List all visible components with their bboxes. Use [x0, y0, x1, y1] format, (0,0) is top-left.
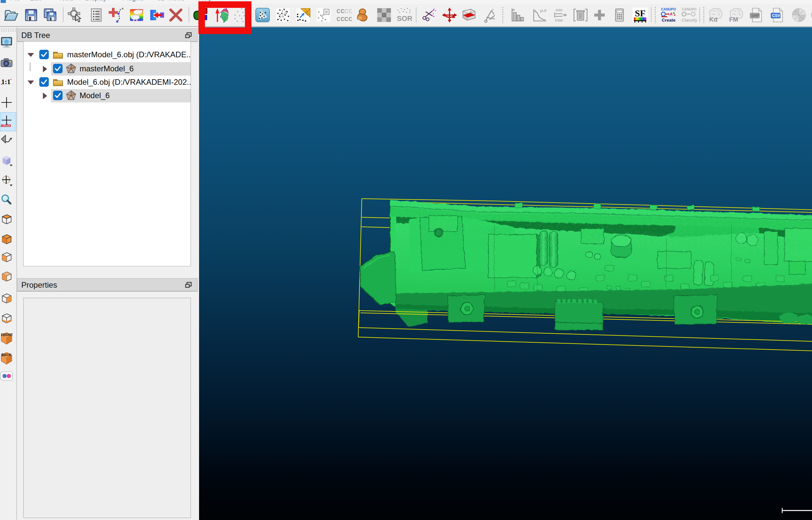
menu-display[interactable]: Display	[85, 0, 107, 2]
extract-sections-icon[interactable]	[315, 7, 331, 23]
model-wedge	[359, 251, 396, 305]
menu-tools[interactable]: Tools	[58, 0, 74, 2]
filter-by-value-icon[interactable]: min max	[553, 7, 568, 23]
perspective-cube-icon[interactable]	[0, 154, 13, 166]
menu-file[interactable]: File	[10, 0, 20, 2]
canupo-classify-icon[interactable]: CANUPO Classify	[681, 7, 698, 23]
save-all-icon[interactable]	[43, 7, 58, 23]
histogram-icon[interactable]	[509, 7, 525, 23]
float-window-icon[interactable]	[185, 32, 192, 39]
show-scalar-field-icon[interactable]: SF	[632, 7, 648, 23]
tree-row-model-mesh[interactable]: Model_6	[24, 89, 191, 102]
visibility-checkbox[interactable]	[53, 90, 62, 100]
tree-row-mastermodel-mesh[interactable]: masterModel_6	[24, 62, 191, 76]
tree-item-label[interactable]: Model_6.obj (D:/VRAKADEMI-202...	[67, 78, 191, 87]
svg-text:FRONT: FRONT	[1, 333, 13, 337]
facets-icon[interactable]: FM	[727, 7, 745, 23]
iso-front-icon[interactable]: FRONT	[0, 331, 13, 346]
svg-text:min: min	[556, 7, 562, 12]
view-back-icon[interactable]	[0, 270, 13, 283]
pcv-sphere-icon[interactable]	[791, 7, 807, 23]
save-icon[interactable]	[23, 7, 39, 23]
svg-text:SOR: SOR	[397, 15, 412, 23]
iso-back-icon[interactable]: BACK	[0, 351, 13, 366]
view-right-icon[interactable]	[0, 292, 13, 305]
global-shift-icon[interactable]	[68, 7, 83, 23]
menu-3d-views[interactable]: 3D Views	[157, 0, 185, 2]
svg-text:BACK: BACK	[1, 353, 11, 357]
svg-text:CC: CC	[336, 8, 345, 14]
svg-text:μ,σ: μ,σ	[540, 8, 547, 13]
zoom-1-1-icon[interactable]: 1:1	[0, 76, 13, 88]
cloud-cloud-dist-icon[interactable]: CC CC CC CC	[336, 7, 352, 23]
csv-export-icon[interactable]: CSV	[769, 7, 785, 23]
tree-item-label[interactable]: Model_6	[80, 91, 110, 100]
db-tree-header[interactable]: DB Tree	[17, 28, 198, 42]
merge-icon[interactable]	[149, 7, 165, 23]
properties-header[interactable]: Properties	[17, 278, 198, 292]
set-pivot-icon[interactable]	[0, 96, 13, 109]
toolbar-drag-handle[interactable]	[502, 6, 504, 24]
shp-export-icon[interactable]: SHP	[748, 7, 764, 23]
expander-collapsed-icon[interactable]	[40, 92, 49, 100]
zoom-center-icon[interactable]	[0, 194, 13, 206]
db-tree-title: DB Tree	[21, 31, 50, 40]
screenshot-camera-icon[interactable]	[0, 57, 13, 69]
folder-icon	[52, 77, 64, 88]
delete-scalar-field-icon[interactable]	[573, 7, 588, 23]
open-icon[interactable]	[3, 7, 19, 23]
tree-item-label[interactable]: masterModel_6.obj (D:/VRAKADE...	[67, 50, 191, 59]
properties-list-icon[interactable]	[88, 7, 104, 23]
view-left-icon[interactable]	[0, 251, 13, 263]
point-picking-icon[interactable]	[109, 7, 124, 23]
toolbar-drag-handle[interactable]	[1, 28, 16, 31]
menu-plugins[interactable]: Plugins	[123, 0, 144, 2]
scale-bar	[782, 508, 812, 513]
sf-arithmetic-icon[interactable]	[612, 7, 627, 23]
expander-expanded-icon[interactable]	[27, 78, 35, 87]
toolbar-drag-handle[interactable]	[703, 6, 705, 24]
expander-expanded-icon[interactable]	[27, 51, 35, 59]
canupo-create-icon[interactable]: CANUPO Create	[660, 7, 677, 23]
view-bottom-icon[interactable]	[0, 312, 13, 324]
svg-text:auto: auto	[1, 122, 11, 128]
add-scalar-field-icon[interactable]	[592, 7, 607, 23]
expander-collapsed-icon[interactable]	[40, 65, 49, 73]
delete-icon[interactable]	[168, 7, 184, 23]
viewport-3d[interactable]	[199, 27, 812, 520]
subsample-icon[interactable]	[275, 7, 291, 23]
cross-section-icon[interactable]	[482, 7, 498, 23]
stereo-mode-icon[interactable]	[0, 369, 13, 382]
visibility-checkbox[interactable]	[39, 50, 49, 59]
kd-tree-icon[interactable]: Kd	[707, 7, 724, 23]
clipping-box-icon[interactable]	[461, 7, 477, 23]
visibility-checkbox[interactable]	[39, 77, 49, 87]
cloud-mesh-dist-icon[interactable]	[356, 7, 371, 23]
mesh-icon	[66, 63, 77, 74]
tree-row-model-obj[interactable]: Model_6.obj (D:/VRAKADEMI-202...	[24, 76, 191, 89]
closest-point-set-icon[interactable]	[376, 7, 392, 23]
segment-scissors-icon[interactable]	[421, 7, 437, 23]
properties-title: Properties	[21, 281, 57, 290]
tree-row-mastermodel-obj[interactable]: masterModel_6.obj (D:/VRAKADE...	[24, 48, 191, 61]
view-front-icon[interactable]	[0, 233, 13, 245]
menu-bar: File Edit Tools Display Plugins 3D Views…	[0, 0, 812, 4]
gaussian-filter-icon[interactable]: μ,σ	[532, 7, 548, 23]
mesh-sampling-icon[interactable]	[255, 7, 271, 23]
rasterize-icon[interactable]	[295, 7, 311, 23]
view-top-icon[interactable]	[0, 213, 13, 226]
menu-edit[interactable]: Edit	[30, 0, 41, 2]
svg-text:max: max	[555, 18, 563, 23]
toolbar-drag-handle[interactable]	[654, 6, 657, 24]
translate-rotate-icon[interactable]	[442, 7, 457, 23]
sor-filter-icon[interactable]: SOR	[396, 7, 412, 23]
rotation-center-icon[interactable]	[0, 174, 13, 186]
visibility-checkbox[interactable]	[53, 64, 62, 73]
fullscreen-icon[interactable]	[0, 36, 13, 49]
app-icon	[1, 0, 6, 3]
auto-pivot-icon[interactable]: auto	[0, 115, 13, 128]
flip-view-icon[interactable]	[0, 133, 13, 145]
clone-icon[interactable]	[129, 7, 144, 23]
tree-item-label[interactable]: masterModel_6	[80, 64, 133, 73]
float-window-icon[interactable]	[185, 281, 192, 289]
